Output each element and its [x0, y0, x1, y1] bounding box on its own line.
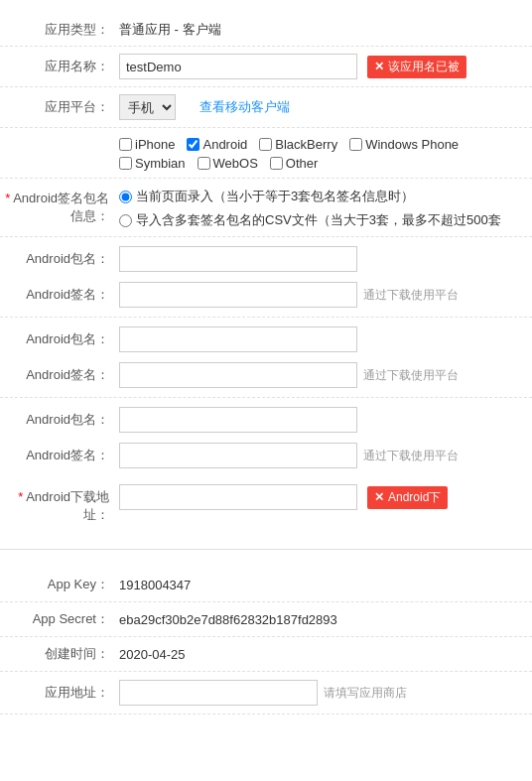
platform-iphone-label: iPhone — [135, 137, 175, 152]
android-sign-row-3: Android签名： 通过下载使用平台 — [0, 438, 459, 473]
android-sign-row-2: Android签名： 通过下载使用平台 — [0, 357, 459, 393]
app-type-row: 应用类型： 普通应用 - 客户端 — [0, 10, 532, 47]
android-sign-option2-label: 导入含多套签名包名的CSV文件（当大于3套，最多不超过500套 — [136, 211, 501, 229]
android-sign-radio1[interactable] — [119, 191, 132, 203]
app-name-row: 应用名称： ✕ 该应用名已被 — [0, 47, 532, 87]
android-download-row: Android下载地址： ✕ Android下 — [0, 477, 532, 531]
android-sign-field-label-1: Android签名： — [0, 286, 119, 304]
app-platform-select[interactable]: 手机 PC Web — [119, 94, 176, 120]
android-pkg-label-2: Android包名： — [0, 330, 119, 348]
android-download-error: ✕ Android下 — [367, 486, 448, 509]
android-pkg-row-1: Android包名： — [0, 241, 357, 277]
platform-iphone[interactable]: iPhone — [119, 137, 175, 152]
android-pkg-input-2[interactable] — [119, 326, 357, 352]
android-sign-row: Android签名包名信息： 当前页面录入（当小于等于3套包名签名信息时） 导入… — [0, 179, 532, 237]
android-sign-radio-group: 当前页面录入（当小于等于3套包名签名信息时） 导入含多套签名包名的CSV文件（当… — [119, 186, 501, 229]
platform-webos-checkbox[interactable] — [198, 157, 210, 170]
android-sign-field-label-2: Android签名： — [0, 366, 119, 384]
app-platform-row: 应用平台： 手机 PC Web 查看移动客户端 — [0, 87, 532, 128]
android-download-input[interactable] — [119, 484, 357, 510]
platform-windows-phone-checkbox[interactable] — [349, 138, 362, 151]
platform-android-label: Android — [202, 137, 247, 152]
android-pkg-label-1: Android包名： — [0, 250, 119, 268]
android-sign-radio2[interactable] — [119, 214, 132, 227]
android-sign-input-2[interactable] — [119, 362, 357, 388]
app-name-label: 应用名称： — [0, 54, 119, 75]
android-sign-field-label-3: Android签名： — [0, 447, 119, 464]
platform-other-checkbox[interactable] — [270, 157, 283, 170]
created-time-value: 2020-04-25 — [119, 647, 186, 662]
platform-windows-phone-label: Windows Phone — [365, 137, 459, 152]
android-sign-hint-1: 通过下载使用平台 — [363, 287, 459, 304]
platform-symbian-checkbox[interactable] — [119, 157, 132, 170]
app-key-row: App Key： 1918004347 — [0, 568, 532, 602]
android-sign-hint-2: 通过下载使用平台 — [363, 367, 459, 384]
android-pairs-section: Android包名： Android签名： 通过下载使用平台 Android包名… — [0, 237, 532, 477]
android-sign-input-1[interactable] — [119, 282, 357, 308]
android-pkg-label-3: Android包名： — [0, 411, 119, 429]
android-download-label: Android下载地址： — [0, 484, 119, 524]
app-url-label: 应用地址： — [0, 684, 119, 702]
app-name-error: ✕ 该应用名已被 — [367, 56, 466, 78]
view-mobile-client-link[interactable]: 查看移动客户端 — [200, 98, 290, 116]
platform-blackberry-label: BlackBerry — [275, 137, 337, 152]
platform-blackberry-checkbox[interactable] — [259, 138, 272, 151]
platform-checkboxes-spacer — [0, 135, 119, 139]
platform-android[interactable]: Android — [187, 137, 247, 152]
platform-other[interactable]: Other — [270, 156, 319, 171]
android-pkg-row-3: Android包名： — [0, 402, 357, 438]
platform-blackberry[interactable]: BlackBerry — [259, 137, 337, 152]
section-divider — [0, 549, 532, 550]
created-time-row: 创建时间： 2020-04-25 — [0, 637, 532, 672]
platform-symbian-label: Symbian — [135, 156, 186, 171]
android-pkg-input-1[interactable] — [119, 246, 357, 272]
platform-checkbox-group: iPhone Android BlackBerry Windows Phone … — [119, 135, 532, 171]
android-pair-2: Android包名： Android签名： 通过下载使用平台 — [0, 318, 532, 398]
platform-webos[interactable]: WebOS — [198, 156, 258, 171]
android-error-icon: ✕ — [374, 490, 384, 504]
android-sign-input-3[interactable] — [119, 443, 357, 468]
app-name-input[interactable] — [119, 54, 357, 79]
android-pkg-input-3[interactable] — [119, 407, 357, 433]
platform-symbian[interactable]: Symbian — [119, 156, 186, 171]
app-url-row: 应用地址： 请填写应用商店 — [0, 672, 532, 715]
app-platform-label: 应用平台： — [0, 94, 119, 116]
android-sign-label: Android签名包名信息： — [0, 186, 119, 225]
android-sign-hint-3: 通过下载使用平台 — [363, 448, 459, 464]
android-sign-option1-label: 当前页面录入（当小于等于3套包名签名信息时） — [136, 188, 414, 205]
app-secret-value: eba29cf30b2e7d88f62832b187fd2893 — [119, 612, 337, 627]
android-pair-1: Android包名： Android签名： 通过下载使用平台 — [0, 237, 532, 318]
error-icon: ✕ — [374, 60, 384, 73]
platform-windows-phone[interactable]: Windows Phone — [349, 137, 459, 152]
android-pair-3: Android包名： Android签名： 通过下载使用平台 — [0, 398, 532, 477]
platform-other-label: Other — [286, 156, 319, 171]
app-secret-label: App Secret： — [0, 610, 119, 628]
app-key-value: 1918004347 — [119, 578, 191, 592]
android-pkg-row-2: Android包名： — [0, 322, 357, 357]
platform-iphone-checkbox[interactable] — [119, 138, 132, 151]
platform-webos-label: WebOS — [213, 156, 258, 171]
platform-checkboxes-row: iPhone Android BlackBerry Windows Phone … — [0, 128, 532, 179]
android-sign-option2[interactable]: 导入含多套签名包名的CSV文件（当大于3套，最多不超过500套 — [119, 211, 501, 229]
created-time-label: 创建时间： — [0, 645, 119, 663]
app-secret-row: App Secret： eba29cf30b2e7d88f62832b187fd… — [0, 602, 532, 637]
app-key-label: App Key： — [0, 576, 119, 593]
app-url-hint: 请填写应用商店 — [324, 685, 407, 702]
app-type-value: 普通应用 - 客户端 — [119, 17, 221, 39]
android-sign-option1[interactable]: 当前页面录入（当小于等于3套包名签名信息时） — [119, 188, 501, 205]
info-section: App Key： 1918004347 App Secret： eba29cf3… — [0, 558, 532, 724]
android-sign-row-1: Android签名： 通过下载使用平台 — [0, 277, 459, 313]
platform-android-checkbox[interactable] — [187, 138, 200, 151]
app-url-input[interactable] — [119, 680, 318, 706]
app-type-label: 应用类型： — [0, 17, 119, 39]
